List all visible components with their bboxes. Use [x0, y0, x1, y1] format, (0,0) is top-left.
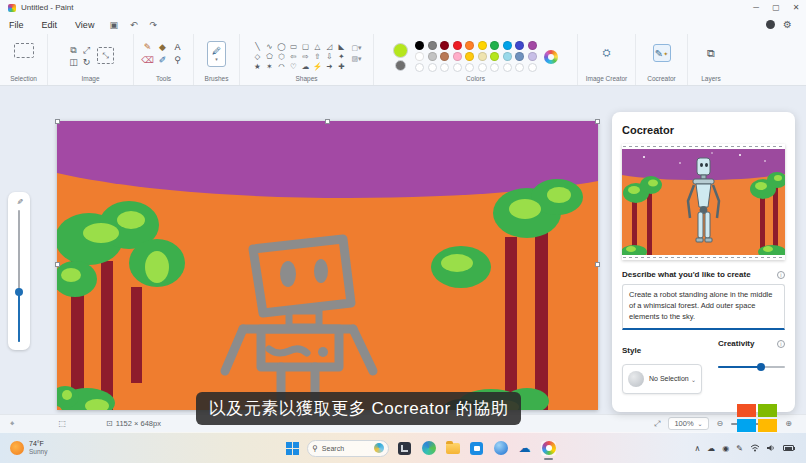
shape-tool-icon[interactable]: ◯	[275, 42, 287, 52]
shape-outline-icon[interactable]: ▢▾	[351, 44, 361, 52]
shape-tool-icon[interactable]: ◇	[251, 52, 263, 62]
color-swatch[interactable]	[428, 52, 437, 61]
shape-tool-icon[interactable]: ⚡	[311, 62, 323, 72]
onedrive-tray-icon[interactable]: ☁	[707, 444, 715, 453]
color-swatch[interactable]	[478, 41, 487, 50]
color-swatch-empty[interactable]	[515, 63, 524, 72]
zoom-out-icon[interactable]: ⊖	[717, 419, 724, 428]
color-swatch[interactable]	[503, 41, 512, 50]
menu-view[interactable]: View	[66, 18, 103, 32]
resize-icon[interactable]: ⤢	[80, 45, 93, 57]
color-swatch[interactable]	[490, 52, 499, 61]
redo-icon[interactable]: ↷	[143, 18, 163, 32]
prompt-textarea[interactable]: Create a robot standing alone in the mid…	[622, 284, 785, 330]
taskbar-app-paint-active[interactable]	[541, 441, 556, 456]
shape-tool-icon[interactable]: ∿	[263, 42, 275, 52]
color-swatch-empty[interactable]	[428, 63, 437, 72]
taskbar-app-copilot[interactable]	[493, 441, 508, 456]
color-swatch-empty[interactable]	[415, 63, 424, 72]
active-color-swatch[interactable]	[393, 43, 408, 58]
shape-tool-icon[interactable]: ◣	[335, 42, 347, 52]
taskbar-app-onedrive[interactable]: ☁	[517, 441, 532, 456]
eyedropper-icon[interactable]: ✐	[156, 55, 169, 68]
shape-tool-icon[interactable]: ➜	[323, 62, 335, 72]
brush-size-track[interactable]	[18, 210, 20, 342]
color-swatch-empty[interactable]	[453, 63, 462, 72]
shape-tool-icon[interactable]: ⇨	[299, 52, 311, 62]
zoom-level-dropdown[interactable]: 100% ⌄	[668, 417, 708, 430]
shape-tool-icon[interactable]: ✚	[335, 62, 347, 72]
shape-tool-icon[interactable]: ⬡	[275, 52, 287, 62]
start-button[interactable]	[286, 442, 299, 455]
search-box[interactable]: ⚲ Search	[307, 440, 389, 457]
color-swatch[interactable]	[465, 41, 474, 50]
drawing-canvas[interactable]	[57, 121, 598, 410]
color-swatch[interactable]	[515, 41, 524, 50]
shape-tool-icon[interactable]: ▢	[299, 42, 311, 52]
color-swatch[interactable]	[465, 52, 474, 61]
shape-tool-icon[interactable]: ◿	[323, 42, 335, 52]
cocreator-preview-image[interactable]	[622, 144, 785, 260]
color-swatch[interactable]	[415, 52, 424, 61]
color-swatch[interactable]	[478, 52, 487, 61]
eraser-icon[interactable]: ⌫	[141, 55, 154, 68]
layers-icon[interactable]: ⧉	[702, 44, 720, 62]
shape-tool-icon[interactable]: ⬠	[263, 52, 275, 62]
volume-icon[interactable]	[767, 444, 776, 452]
creativity-slider-thumb[interactable]	[757, 363, 765, 371]
selection-handle-top-right[interactable]	[595, 119, 600, 124]
shape-tool-icon[interactable]: ✦	[335, 52, 347, 62]
rotate-icon[interactable]: ↻	[80, 57, 93, 69]
color-swatch-empty[interactable]	[528, 63, 537, 72]
teams-tray-icon[interactable]: ◉	[722, 444, 729, 453]
color-swatch-empty[interactable]	[503, 63, 512, 72]
shape-tool-icon[interactable]: ★	[251, 62, 263, 72]
save-icon[interactable]: ▣	[103, 18, 124, 32]
pen-tray-icon[interactable]: ✎	[736, 444, 743, 453]
shape-tool-icon[interactable]: ◠	[275, 62, 287, 72]
battery-icon[interactable]	[783, 445, 794, 451]
selection-handle-mid-left[interactable]	[55, 262, 60, 267]
menu-edit[interactable]: Edit	[33, 18, 67, 32]
hidden-icons-chevron[interactable]: ∧	[694, 444, 700, 453]
taskbar-app-file-explorer[interactable]	[445, 441, 460, 456]
color-swatch[interactable]	[440, 52, 449, 61]
magnifier-icon[interactable]: ⚲	[171, 55, 184, 68]
color-swatch[interactable]	[453, 41, 462, 50]
color-swatch[interactable]	[453, 52, 462, 61]
undo-icon[interactable]: ↶	[124, 18, 144, 32]
color-swatch[interactable]	[503, 52, 512, 61]
secondary-color-swatch[interactable]	[395, 60, 406, 71]
selection-handle-top-center[interactable]	[325, 119, 330, 124]
color-swatch[interactable]	[440, 41, 449, 50]
selection-handle-mid-right[interactable]	[595, 262, 600, 267]
pencil-icon[interactable]: ✎	[141, 42, 154, 55]
text-tool-icon[interactable]: A	[171, 42, 184, 55]
color-swatch[interactable]	[490, 41, 499, 50]
taskbar-app-notepad[interactable]	[397, 441, 412, 456]
brush-size-thumb[interactable]	[15, 288, 23, 296]
creativity-slider[interactable]	[718, 366, 785, 368]
close-button[interactable]: ✕	[786, 0, 806, 15]
shape-tool-icon[interactable]: ⇩	[323, 52, 335, 62]
edit-colors-icon[interactable]	[544, 50, 558, 64]
selection-tool[interactable]	[14, 43, 34, 58]
cocreator-icon[interactable]: ✎✦	[653, 44, 671, 62]
fit-to-window-icon[interactable]: ⤢	[654, 419, 660, 429]
shape-tool-icon[interactable]: ✶	[263, 62, 275, 72]
color-swatch[interactable]	[428, 41, 437, 50]
shape-tool-icon[interactable]: ⇦	[287, 52, 299, 62]
minimize-button[interactable]: ─	[746, 0, 766, 15]
brush-size-slider[interactable]: ✎	[8, 192, 30, 350]
brushes-button[interactable]: 🖉▾	[207, 41, 226, 67]
color-swatch[interactable]	[528, 52, 537, 61]
selection-handle-top-left[interactable]	[55, 119, 60, 124]
shape-tool-icon[interactable]: ⇧	[311, 52, 323, 62]
menu-file[interactable]: File	[0, 18, 33, 32]
fill-bucket-icon[interactable]: ◆	[156, 42, 169, 55]
settings-gear-icon[interactable]: ⚙	[783, 19, 792, 30]
color-swatch[interactable]	[515, 52, 524, 61]
weather-widget[interactable]: 74°F Sunny	[0, 440, 47, 456]
wifi-icon[interactable]	[750, 444, 760, 452]
account-icon[interactable]	[766, 20, 775, 29]
